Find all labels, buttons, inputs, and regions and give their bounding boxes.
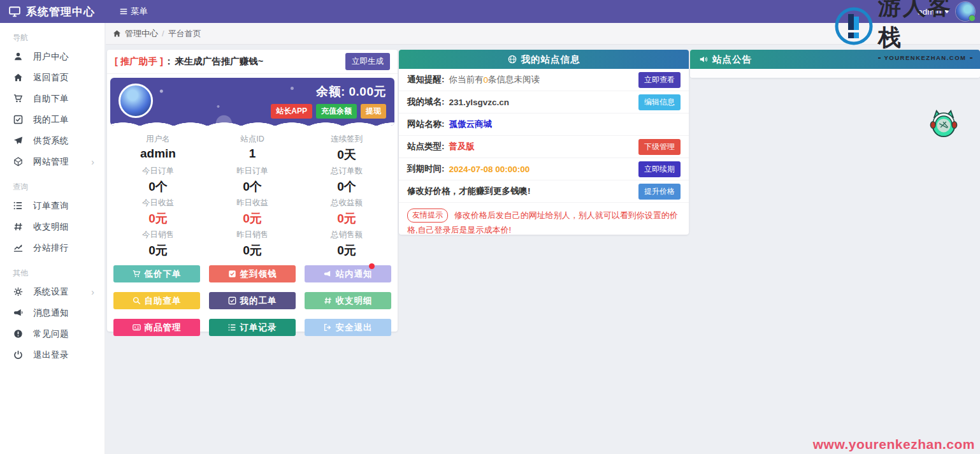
stat-checkin-streak: 连续签到0天: [299, 131, 394, 163]
breadcrumb-root[interactable]: 管理中心: [125, 28, 158, 40]
sidebar-item-label: 分站排行: [33, 242, 94, 254]
order-lookup-button[interactable]: 自助查单: [113, 292, 200, 309]
my-ticket-button[interactable]: 我的工单: [209, 292, 296, 309]
breadcrumb-current: 平台首页: [168, 28, 201, 40]
generate-ad-button[interactable]: 立即生成: [345, 53, 390, 70]
sidebar-item-label: 订单查询: [33, 200, 94, 212]
product-manage-button[interactable]: 商品管理: [113, 319, 200, 336]
id-card-icon: [133, 323, 141, 332]
balance-banner: 余额: 0.00元 站长APP 充值余额 提现: [110, 78, 394, 126]
user-avatar-large[interactable]: [119, 84, 153, 118]
sidebar-item-home[interactable]: 返回首页: [0, 67, 104, 88]
logo-dash: [878, 57, 881, 59]
sidebar-item-label: 自助下单: [33, 93, 94, 105]
chart-line-icon: [13, 243, 24, 253]
info-row-notice: 通知提醒: 你当前有 0 条信息未阅读 立即查看: [399, 69, 689, 91]
renew-button[interactable]: 立即续期: [638, 161, 681, 177]
megaphone-icon: [13, 308, 24, 318]
cog-icon: [13, 287, 24, 297]
unread-count: 0: [484, 75, 489, 85]
logo-domain-text: YOURENKEZHAN.COM: [884, 54, 966, 61]
notice-badge-dot: [369, 263, 375, 269]
sidebar-item-label: 我的工单: [33, 114, 94, 126]
app-brand: 系统管理中心: [0, 4, 105, 19]
sidebar-item-label: 返回首页: [33, 72, 94, 84]
order-record-button[interactable]: 订单记录: [209, 319, 296, 336]
announcement-body: [690, 69, 980, 78]
info-row-site-name: 网站名称: 孤傲云商城: [399, 113, 689, 136]
balance: 余额: 0.00元: [316, 84, 386, 100]
safe-logout-button[interactable]: 安全退出: [305, 319, 391, 336]
hash-icon: [13, 222, 24, 232]
sidebar-item-self-order[interactable]: 自助下单: [0, 88, 104, 109]
tip-tag: 友情提示: [407, 209, 448, 223]
send-icon: [13, 136, 24, 146]
sidebar-item-user-center[interactable]: 用户中心: [0, 46, 104, 67]
sidebar-item-my-ticket[interactable]: 我的工单: [0, 109, 104, 130]
edit-info-button[interactable]: 编辑信息: [638, 94, 681, 110]
promo-separator: ：: [164, 55, 174, 68]
site-notice-button[interactable]: 站内通知: [305, 265, 391, 282]
sidebar-item-settings[interactable]: 系统设置 ›: [0, 281, 104, 302]
menu-label: 菜单: [131, 6, 148, 17]
sidebar: 导航 用户中心 返回首页 自助下单 我的工单 供货系统 网站管理 › 查询 订单…: [0, 23, 105, 454]
info-row-site-type: 站点类型: 普及版 下级管理: [399, 136, 689, 158]
income-detail-button[interactable]: 收支明细: [305, 292, 391, 309]
box-icon: [13, 157, 24, 167]
stat-username: 用户名admin: [111, 131, 205, 163]
cloud-decoration: [110, 117, 394, 126]
stat-site-id: 站点ID1: [205, 131, 299, 163]
domain-value: 231.ylsgvzc.cn: [449, 98, 510, 107]
home-icon: [13, 73, 24, 83]
info-row-domain: 我的域名: 231.ylsgvzc.cn 编辑信息: [399, 91, 689, 113]
promo-tag: [ 推广助手 ]: [115, 55, 163, 68]
site-name-value: 孤傲云商城: [449, 119, 493, 130]
globe-icon: [508, 55, 517, 64]
breadcrumb-separator: /: [162, 29, 164, 38]
power-icon: [13, 350, 24, 360]
home-icon: [113, 29, 121, 38]
sidebar-item-site-manage[interactable]: 网站管理 ›: [0, 151, 104, 172]
sidebar-item-label: 用户中心: [33, 51, 94, 62]
app-title: 系统管理中心: [26, 4, 95, 19]
stat-orders-today: 今日订单0个: [111, 163, 205, 194]
sidebar-item-faq[interactable]: 常见问题: [0, 323, 104, 344]
sidebar-item-supply[interactable]: 供货系统: [0, 130, 104, 151]
cat-headphone-widget[interactable]: [928, 107, 959, 139]
promo-banner: [ 推广助手 ] ： 来生成广告推广赚钱~ 立即生成: [107, 50, 398, 74]
menu-toggle[interactable]: 菜单: [119, 6, 148, 17]
sidebar-item-label: 消息通知: [33, 307, 94, 319]
sidebar-section-other: 其他: [0, 258, 104, 281]
site-info-title: 我的站点信息: [521, 54, 580, 66]
sidebar-item-income-detail[interactable]: 收支明细: [0, 216, 104, 237]
site-info-card: 我的站点信息 通知提醒: 你当前有 0 条信息未阅读 立即查看 我的域名: 23…: [399, 50, 689, 235]
view-now-button[interactable]: 立即查看: [638, 72, 681, 88]
info-row-expire: 到期时间: 2024-07-08 00:00:00 立即续期: [399, 158, 689, 180]
sidebar-section-query: 查询: [0, 172, 104, 195]
stat-sales-total: 总销售额0元: [299, 226, 394, 258]
cart-icon: [133, 270, 141, 278]
sidebar-item-order-query[interactable]: 订单查询: [0, 195, 104, 216]
sub-manage-button[interactable]: 下级管理: [638, 139, 681, 155]
sidebar-item-label: 系统设置: [33, 286, 82, 298]
stat-orders-total: 总订单数0个: [299, 163, 394, 194]
raise-price-button[interactable]: 提升价格: [638, 184, 681, 200]
menu-bars-icon: [119, 7, 128, 16]
checkin-button[interactable]: 签到领钱: [209, 265, 296, 282]
sidebar-item-logout[interactable]: 退出登录: [0, 344, 104, 365]
cheap-order-button[interactable]: 低价下单: [113, 265, 200, 282]
stat-sales-yesterday: 昨日销售0元: [205, 226, 299, 258]
list-icon: [13, 201, 24, 211]
sidebar-item-branch-rank[interactable]: 分站排行: [0, 237, 104, 258]
sidebar-item-notifications[interactable]: 消息通知: [0, 302, 104, 323]
sidebar-item-label: 供货系统: [33, 135, 94, 147]
logo-mark-icon: [833, 6, 874, 47]
chevron-right-icon: ›: [91, 288, 94, 297]
megaphone-icon: [324, 270, 332, 278]
task-check-icon: [228, 270, 236, 278]
balance-label: 余额:: [316, 85, 345, 98]
monitor-icon: [9, 6, 20, 17]
sidebar-item-label: 退出登录: [33, 349, 94, 361]
sign-out-icon: [324, 323, 332, 332]
sidebar-item-label: 网站管理: [33, 156, 82, 168]
